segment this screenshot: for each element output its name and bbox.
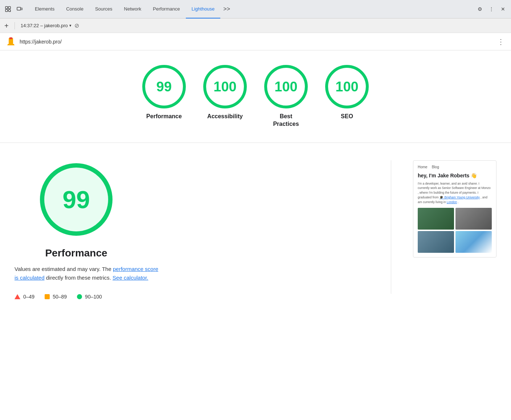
page-favicon	[6, 37, 16, 47]
score-value-accessibility: 100	[213, 79, 236, 95]
screenshot-preview-panel: Home Blog hey, I'm Jake Roberts 👋 I'm a …	[413, 155, 496, 300]
block-button[interactable]: ⊘	[74, 22, 79, 29]
url-display[interactable]: https://jakerob.pro/	[20, 39, 497, 45]
screenshot-preview: Home Blog hey, I'm Jake Roberts 👋 I'm a …	[413, 160, 496, 258]
url-more-button[interactable]: ⋮	[497, 37, 505, 46]
score-label-accessibility: Accessibility	[207, 113, 243, 120]
screenshot-nav: Home Blog	[418, 165, 492, 169]
average-range: 50–89	[53, 294, 67, 300]
screenshot-page-body: I'm a developer, learner, and an avid sh…	[418, 181, 492, 205]
legend-average: 50–89	[45, 294, 67, 300]
toolbar-right-actions: ⚙ ⋮ ✕	[475, 4, 508, 14]
score-best-practices: 100 BestPractices	[264, 65, 308, 128]
session-info: 14:37:22 – jakerob.pro ▾	[21, 23, 71, 28]
tab-console[interactable]: Console	[60, 0, 89, 18]
tab-list: Elements Console Sources Network Perform…	[29, 0, 475, 18]
desc-before: Values are estimated and may vary. The	[15, 266, 111, 272]
score-circle-accessibility: 100	[203, 65, 247, 108]
svg-rect-0	[5, 7, 8, 9]
legend-fail: 0–49	[15, 294, 34, 300]
score-performance: 99 Performance	[142, 65, 186, 120]
svg-rect-1	[8, 7, 11, 9]
desc-middle: directly from these metrics.	[46, 275, 113, 281]
main-content: 99 Performance 100 Accessibility 100 Bes…	[0, 50, 511, 420]
devtools-toolbar: Elements Console Sources Network Perform…	[0, 0, 511, 18]
london-link[interactable]: London	[447, 200, 457, 204]
tab-performance[interactable]: Performance	[147, 0, 185, 18]
score-circle-best-practices: 100	[264, 65, 308, 108]
big-score-value: 99	[62, 185, 90, 214]
screenshot-page-heading: hey, I'm Jake Roberts 👋	[418, 173, 492, 178]
performance-detail-section: 99 Performance Values are estimated and …	[0, 155, 511, 314]
nav-home: Home	[418, 165, 428, 169]
score-value-best-practices: 100	[274, 79, 297, 95]
legend-pass: 90–100	[77, 294, 102, 300]
fail-icon	[15, 294, 20, 299]
calculator-link[interactable]: See calculator.	[113, 275, 148, 281]
screenshot-img-4	[455, 231, 492, 253]
fail-range: 0–49	[23, 294, 34, 300]
average-icon	[45, 294, 50, 299]
screenshot-img-3	[418, 231, 454, 253]
score-accessibility: 100 Accessibility	[203, 65, 247, 120]
svg-rect-2	[5, 9, 8, 12]
svg-rect-8	[9, 37, 12, 39]
svg-line-4	[10, 11, 11, 12]
svg-marker-10	[7, 44, 15, 45]
score-label-best-practices: BestPractices	[273, 113, 299, 128]
session-timestamp: 14:37:22 – jakerob.pro	[21, 23, 68, 28]
vertical-divider	[391, 160, 391, 294]
tab-elements[interactable]: Elements	[29, 0, 60, 18]
more-options-button[interactable]: ⋮	[486, 4, 496, 14]
pass-icon	[77, 294, 82, 299]
score-legend: 0–49 50–89 90–100	[15, 294, 102, 300]
nav-blog: Blog	[432, 165, 439, 169]
pass-range: 90–100	[85, 294, 102, 300]
performance-description: Values are estimated and may vary. The p…	[15, 265, 158, 282]
tab-network[interactable]: Network	[118, 0, 147, 18]
section-divider	[0, 143, 511, 143]
address-bar-row: + 14:37:22 – jakerob.pro ▾ ⊘	[0, 18, 511, 33]
byu-link[interactable]: 🎓 Brigham Young University	[440, 195, 480, 199]
tab-sources[interactable]: Sources	[89, 0, 118, 18]
screenshot-images	[418, 208, 492, 253]
score-circle-seo: 100	[325, 65, 369, 108]
score-label-performance: Performance	[146, 113, 182, 120]
more-tabs-button[interactable]: >>	[220, 0, 233, 18]
score-label-seo: SEO	[341, 113, 353, 120]
performance-detail-left: 99 Performance Values are estimated and …	[15, 155, 369, 300]
new-tab-button[interactable]: +	[4, 22, 9, 29]
tab-lighthouse[interactable]: Lighthouse	[186, 0, 221, 18]
screenshot-img-2	[455, 208, 492, 230]
close-devtools-button[interactable]: ✕	[498, 4, 508, 14]
svg-rect-5	[17, 7, 21, 10]
settings-button[interactable]: ⚙	[475, 4, 485, 14]
score-circle-performance: 99	[142, 65, 186, 108]
screenshot-img-1	[418, 208, 454, 230]
session-dropdown-icon[interactable]: ▾	[69, 23, 71, 28]
scores-row: 99 Performance 100 Accessibility 100 Bes…	[0, 50, 511, 143]
score-seo: 100 SEO	[325, 65, 369, 120]
url-bar-row: https://jakerob.pro/ ⋮	[0, 33, 511, 50]
svg-rect-6	[21, 8, 23, 10]
device-toggle-icon[interactable]	[15, 4, 25, 14]
performance-section-title: Performance	[15, 247, 138, 259]
score-value-seo: 100	[335, 79, 358, 95]
inspect-icon[interactable]	[3, 4, 13, 14]
big-score-circle: 99	[40, 163, 113, 236]
devtools-icon-group	[3, 4, 25, 14]
score-value-performance: 99	[156, 79, 172, 95]
